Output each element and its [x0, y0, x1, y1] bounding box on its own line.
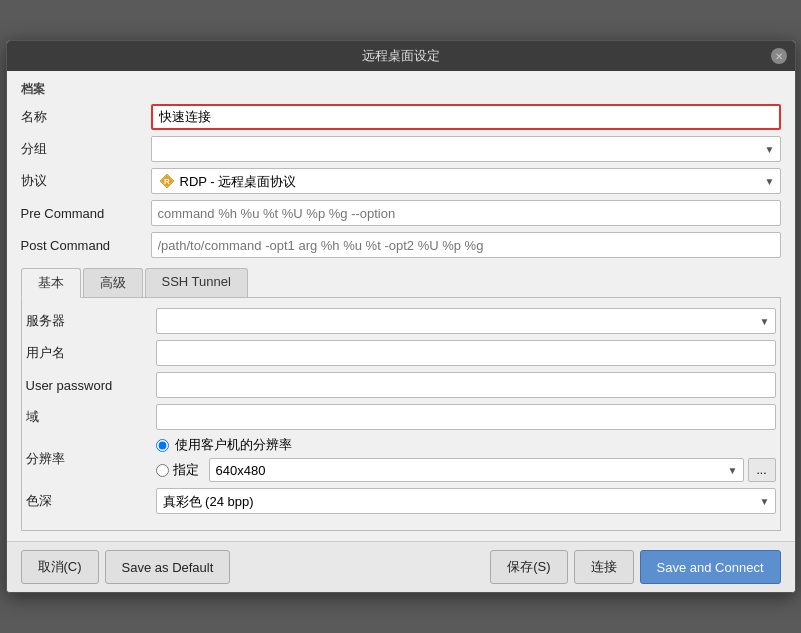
tabs-row: 基本 高级 SSH Tunnel [21, 268, 781, 297]
post-command-input[interactable] [151, 232, 781, 258]
resolution-custom-radio[interactable] [156, 464, 169, 477]
tab-advanced[interactable]: 高级 [83, 268, 143, 297]
server-label: 服务器 [26, 312, 156, 330]
footer-left: 取消(C) Save as Default [21, 550, 231, 584]
tab-basic[interactable]: 基本 [21, 268, 81, 298]
section-file-label: 档案 [21, 81, 781, 98]
name-input[interactable] [151, 104, 781, 130]
footer-right: 保存(S) 连接 Save and Connect [490, 550, 780, 584]
group-label: 分组 [21, 140, 151, 158]
password-label: User password [26, 378, 156, 393]
protocol-select-wrap: R RDP - 远程桌面协议 ▼ [151, 168, 781, 194]
connect-button[interactable]: 连接 [574, 550, 634, 584]
password-input[interactable] [156, 372, 776, 398]
tab-content-basic: 服务器 ▼ 用户名 User password 域 [21, 298, 781, 531]
dialog-content: 档案 名称 分组 ▼ 协议 R [7, 71, 795, 541]
pre-command-label: Pre Command [21, 206, 151, 221]
username-label: 用户名 [26, 344, 156, 362]
colordepth-label: 色深 [26, 492, 156, 510]
resolution-label: 分辨率 [26, 450, 156, 468]
title-bar: 远程桌面设定 ✕ [7, 41, 795, 71]
domain-label: 域 [26, 408, 156, 426]
post-command-label: Post Command [21, 238, 151, 253]
colordepth-dropdown-wrap: 真彩色 (24 bpp) ▼ [156, 488, 776, 514]
tab-ssh[interactable]: SSH Tunnel [145, 268, 248, 297]
rdp-icon: R [159, 173, 175, 189]
cancel-button[interactable]: 取消(C) [21, 550, 99, 584]
resolution-browse-button[interactable]: ... [748, 458, 776, 482]
password-row: User password [26, 372, 776, 398]
name-row: 名称 [21, 104, 781, 130]
resolution-dropdown[interactable]: 640x480 [209, 458, 744, 482]
protocol-row: 协议 R RDP - 远程桌面协议 ▼ [21, 168, 781, 194]
svg-text:R: R [164, 177, 170, 186]
pre-command-row: Pre Command [21, 200, 781, 226]
resolution-custom-label: 指定 [173, 461, 199, 479]
resolution-row: 分辨率 使用客户机的分辨率 指定 640x480 ▼ [26, 436, 776, 482]
colordepth-row: 色深 真彩色 (24 bpp) ▼ [26, 488, 776, 514]
close-button[interactable]: ✕ [771, 48, 787, 64]
group-dropdown-wrap: ▼ [151, 136, 781, 162]
save-connect-button[interactable]: Save and Connect [640, 550, 781, 584]
pre-command-input[interactable] [151, 200, 781, 226]
username-row: 用户名 [26, 340, 776, 366]
resolution-wrap: 使用客户机的分辨率 指定 640x480 ▼ ... [156, 436, 776, 482]
resolution-custom-row: 指定 640x480 ▼ ... [156, 458, 776, 482]
server-dropdown-wrap: ▼ [156, 308, 776, 334]
post-command-row: Post Command [21, 232, 781, 258]
remote-desktop-dialog: 远程桌面设定 ✕ 档案 名称 分组 ▼ 协议 [6, 40, 796, 593]
domain-input[interactable] [156, 404, 776, 430]
server-row: 服务器 ▼ [26, 308, 776, 334]
dialog-title: 远程桌面设定 [362, 47, 440, 65]
resolution-auto-radio[interactable] [156, 439, 169, 452]
close-icon: ✕ [775, 51, 783, 62]
colordepth-select[interactable]: 真彩色 (24 bpp) [156, 488, 776, 514]
group-row: 分组 ▼ [21, 136, 781, 162]
username-input[interactable] [156, 340, 776, 366]
server-select[interactable] [156, 308, 776, 334]
name-label: 名称 [21, 108, 151, 126]
domain-row: 域 [26, 404, 776, 430]
protocol-label: 协议 [21, 172, 151, 190]
resolution-auto-label: 使用客户机的分辨率 [175, 436, 292, 454]
group-select[interactable] [151, 136, 781, 162]
save-default-button[interactable]: Save as Default [105, 550, 231, 584]
resolution-radio1-row: 使用客户机的分辨率 [156, 436, 776, 454]
dialog-footer: 取消(C) Save as Default 保存(S) 连接 Save and … [7, 541, 795, 592]
tabs-container: 基本 高级 SSH Tunnel [21, 268, 781, 298]
protocol-select[interactable]: RDP - 远程桌面协议 [151, 168, 781, 194]
save-button[interactable]: 保存(S) [490, 550, 567, 584]
